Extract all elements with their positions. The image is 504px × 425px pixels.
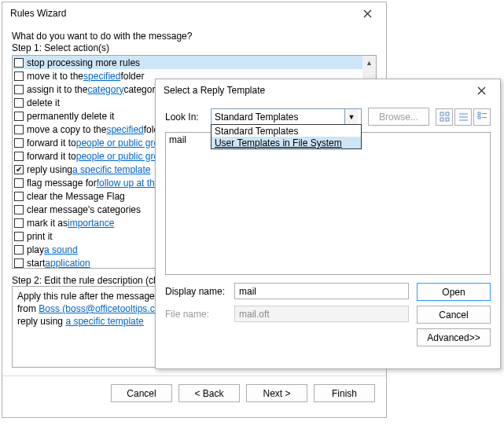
checkbox[interactable]: [14, 98, 24, 108]
display-name-field[interactable]: mail: [234, 283, 409, 299]
view-list-icon[interactable]: [454, 108, 472, 126]
checkbox[interactable]: [14, 192, 24, 201]
action-link[interactable]: application: [45, 258, 90, 269]
checkbox[interactable]: [14, 258, 24, 268]
action-link[interactable]: importance: [68, 218, 114, 229]
look-in-dropdown[interactable]: Standard TemplatesUser Templates in File…: [211, 124, 362, 149]
cancel-button[interactable]: Cancel: [417, 306, 491, 324]
list-item[interactable]: mail: [169, 134, 186, 145]
scroll-up-icon[interactable]: ▲: [362, 56, 376, 69]
action-link[interactable]: specified: [106, 124, 143, 135]
checkbox[interactable]: [14, 125, 24, 134]
desc-from-link[interactable]: Boss (boss@officetooltips.com): [39, 303, 171, 314]
view-large-icons-icon[interactable]: [436, 108, 453, 126]
look-in-label: Look In:: [165, 112, 204, 123]
step1-label: Step 1: Select action(s): [12, 42, 377, 53]
rules-wizard-titlebar: Rules Wizard: [2, 2, 386, 24]
checkbox[interactable]: ✔: [14, 165, 24, 174]
action-link[interactable]: a sound: [44, 244, 78, 255]
action-link[interactable]: category: [87, 84, 123, 95]
checkbox[interactable]: [14, 218, 24, 228]
close-icon[interactable]: [353, 5, 381, 22]
view-details-icon[interactable]: [473, 108, 491, 126]
checkbox[interactable]: [14, 112, 24, 121]
checkbox[interactable]: [14, 138, 24, 148]
checkbox[interactable]: [14, 58, 24, 68]
svg-rect-2: [440, 118, 443, 121]
dropdown-item[interactable]: Standard Templates: [212, 125, 361, 137]
svg-rect-9: [478, 116, 480, 119]
rules-wizard-button-row: Cancel < Back Next > Finish: [2, 376, 386, 402]
look-in-combo[interactable]: Standard Templates ▼ Standard TemplatesU…: [211, 108, 362, 125]
checkbox[interactable]: [14, 178, 24, 188]
svg-rect-3: [446, 118, 449, 121]
finish-button[interactable]: Finish: [314, 384, 375, 402]
template-titlebar: Select a Reply Template: [156, 79, 500, 101]
rules-wizard-question: What do you want to do with the message?: [12, 31, 377, 42]
file-name-field: mail.oft: [234, 306, 409, 322]
open-button[interactable]: Open: [417, 283, 491, 301]
template-title: Select a Reply Template: [164, 85, 265, 96]
svg-rect-7: [478, 112, 480, 115]
checkbox[interactable]: [14, 85, 24, 94]
file-name-label: File name:: [165, 309, 228, 320]
browse-button: Browse...: [368, 108, 429, 126]
checkbox[interactable]: [14, 71, 24, 81]
chevron-down-icon[interactable]: ▼: [344, 109, 358, 124]
close-icon[interactable]: [467, 82, 495, 99]
desc-template-link[interactable]: a specific template: [65, 316, 143, 327]
action-link[interactable]: specified: [83, 71, 120, 82]
action-link[interactable]: a specific template: [72, 164, 150, 175]
cancel-button[interactable]: Cancel: [111, 384, 172, 402]
display-name-label: Display name:: [165, 286, 228, 297]
checkbox[interactable]: [14, 205, 24, 214]
svg-rect-0: [440, 112, 443, 115]
checkbox[interactable]: [14, 232, 24, 241]
template-file-list[interactable]: mail: [165, 132, 491, 275]
checkbox[interactable]: [14, 152, 24, 161]
checkbox[interactable]: [14, 245, 24, 255]
select-template-dialog: Select a Reply Template Look In: Standar…: [155, 79, 501, 369]
action-row[interactable]: stop processing more rules: [13, 56, 362, 69]
svg-rect-1: [446, 112, 449, 115]
next-button[interactable]: Next >: [246, 384, 307, 402]
back-button[interactable]: < Back: [178, 384, 240, 402]
rules-wizard-title: Rules Wizard: [10, 8, 66, 19]
look-in-value: Standard Templates: [215, 112, 344, 123]
dropdown-item[interactable]: User Templates in File System: [212, 137, 361, 148]
advanced-button[interactable]: Advanced>>: [417, 328, 491, 346]
